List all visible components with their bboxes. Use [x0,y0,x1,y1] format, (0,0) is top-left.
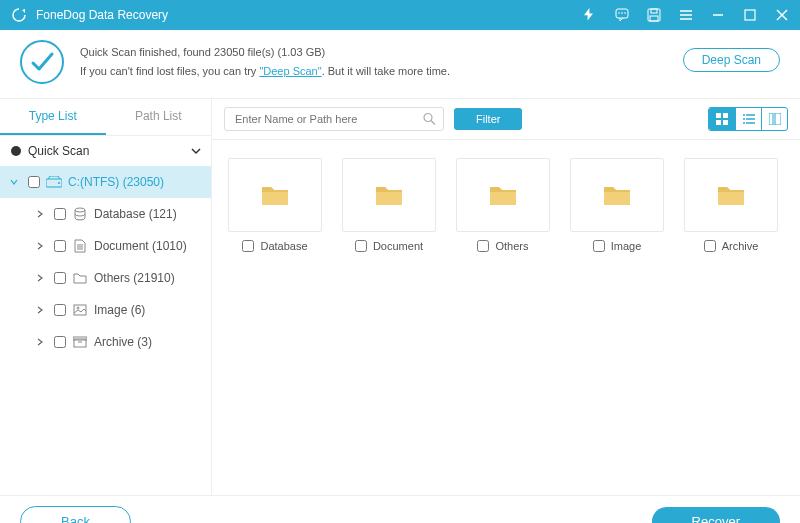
deep-scan-link[interactable]: "Deep Scan" [259,65,321,77]
document-icon [72,238,88,254]
feedback-icon[interactable] [614,7,630,23]
folder-item-others[interactable]: Others [456,158,550,252]
folder-label: Document [373,240,423,252]
archive-icon [72,334,88,350]
svg-point-1 [618,12,620,14]
scan-summary-line: Quick Scan finished, found 23050 file(s)… [80,43,450,62]
tree-item-label: Others (21910) [94,271,175,285]
tree-item-label: Image (6) [94,303,145,317]
folder-label: Image [611,240,642,252]
tree-item-database[interactable]: Database (121) [0,198,211,230]
svg-point-2 [621,12,623,14]
filter-button[interactable]: Filter [454,108,522,130]
tree-item-label: Database (121) [94,207,177,221]
folder-item-archive[interactable]: Archive [684,158,778,252]
svg-point-16 [58,182,60,184]
folder-icon [228,158,322,232]
back-button[interactable]: Back [20,506,131,523]
chevron-down-icon [10,178,22,186]
tree-item-others[interactable]: Others (21910) [0,262,211,294]
sidebar: Type List Path List Quick Scan C:(NTFS) … [0,99,212,495]
menu-icon[interactable] [678,7,694,23]
folder-icon [72,270,88,286]
folder-checkbox[interactable] [242,240,254,252]
tree-root-quick-scan[interactable]: Quick Scan [0,136,211,166]
folder-checkbox[interactable] [477,240,489,252]
folder-icon [570,158,664,232]
tree-item-document[interactable]: Document (1010) [0,230,211,262]
view-detail-button[interactable] [761,108,787,130]
share-icon[interactable] [582,7,598,23]
drive-checkbox[interactable] [28,176,40,188]
svg-rect-39 [775,113,781,125]
app-logo-icon [10,6,28,24]
tree-item-checkbox[interactable] [54,240,66,252]
chevron-right-icon [36,338,48,346]
svg-point-37 [743,122,745,124]
svg-rect-29 [723,113,728,118]
folder-icon [684,158,778,232]
footer: Back Recover [0,495,800,523]
tree-item-checkbox[interactable] [54,336,66,348]
svg-rect-31 [723,120,728,125]
recover-button[interactable]: Recover [652,507,780,523]
svg-rect-30 [716,120,721,125]
svg-point-3 [624,12,626,14]
drive-icon [46,174,62,190]
folder-checkbox[interactable] [593,240,605,252]
close-button[interactable] [774,7,790,23]
deep-scan-button[interactable]: Deep Scan [683,48,780,72]
svg-rect-5 [651,9,657,13]
titlebar: FoneDog Data Recovery [0,0,800,30]
folder-icon [456,158,550,232]
search-icon [423,113,436,126]
folder-item-database[interactable]: Database [228,158,322,252]
svg-rect-28 [716,113,721,118]
chevron-right-icon [36,274,48,282]
folder-label: Database [260,240,307,252]
svg-point-35 [743,114,745,116]
tree-drive-c[interactable]: C:(NTFS) (23050) [0,166,211,198]
content-toolbar: Filter [212,99,800,140]
save-icon[interactable] [646,7,662,23]
maximize-button[interactable] [742,7,758,23]
tree-item-label: Document (1010) [94,239,187,253]
tree-item-archive[interactable]: Archive (3) [0,326,211,358]
app-title: FoneDog Data Recovery [36,8,582,22]
minimize-button[interactable] [710,7,726,23]
tree-item-checkbox[interactable] [54,272,66,284]
folder-item-image[interactable]: Image [570,158,664,252]
scan-hint-line: If you can't find lost files, you can tr… [80,62,450,81]
chevron-right-icon [36,210,48,218]
folder-grid: Database Document Others Image Archive [212,140,800,270]
tree-item-image[interactable]: Image (6) [0,294,211,326]
chevron-right-icon [36,306,48,314]
image-icon [72,302,88,318]
tree-root-label: Quick Scan [28,144,89,158]
svg-point-17 [75,208,85,212]
tree-item-checkbox[interactable] [54,304,66,316]
svg-rect-11 [745,10,755,20]
folder-checkbox[interactable] [704,240,716,252]
scan-status-banner: Quick Scan finished, found 23050 file(s)… [0,30,800,99]
tab-type-list[interactable]: Type List [0,99,106,135]
svg-rect-21 [74,305,86,315]
tree-item-label: Archive (3) [94,335,152,349]
tree-item-checkbox[interactable] [54,208,66,220]
folder-checkbox[interactable] [355,240,367,252]
chevron-right-icon [36,242,48,250]
drive-label: C:(NTFS) (23050) [68,175,164,189]
svg-point-26 [424,114,432,122]
view-list-button[interactable] [735,108,761,130]
svg-rect-6 [650,16,658,21]
folder-label: Archive [722,240,759,252]
view-grid-button[interactable] [709,108,735,130]
scan-complete-icon [20,40,64,84]
tab-path-list[interactable]: Path List [106,99,212,135]
folder-item-document[interactable]: Document [342,158,436,252]
view-mode-toggle [708,107,788,131]
folder-label: Others [495,240,528,252]
chevron-down-icon [191,146,201,156]
search-input[interactable] [224,107,444,131]
database-icon [72,206,88,222]
